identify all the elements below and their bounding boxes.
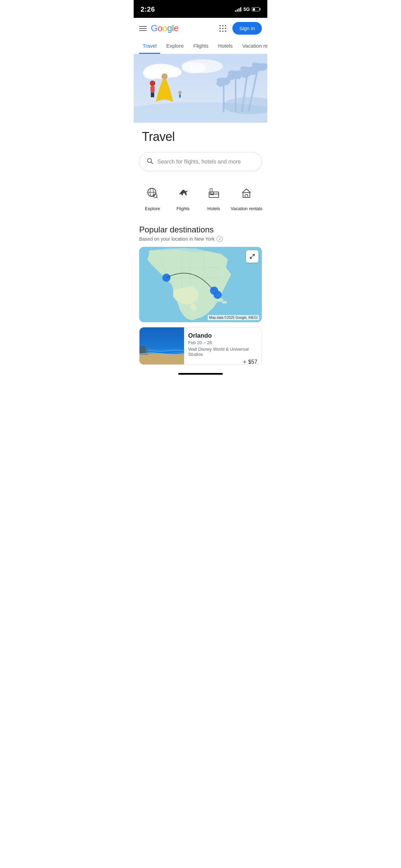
status-icons: 5G <box>235 7 260 12</box>
hero-svg <box>134 54 267 123</box>
battery-icon <box>252 7 260 11</box>
svg-rect-31 <box>179 94 181 98</box>
sign-in-button[interactable]: Sign in <box>232 22 262 35</box>
svg-rect-42 <box>210 189 212 192</box>
hero-title: Travel <box>142 130 259 144</box>
svg-point-3 <box>143 67 162 79</box>
search-bar[interactable]: Search for flights, hotels and more <box>139 152 262 171</box>
search-placeholder: Search for flights, hotels and more <box>157 159 241 165</box>
popular-destinations-subtitle: Based on your location in New York i <box>139 236 262 242</box>
map-credit: Map data ©2025 Google, INEGI <box>208 315 259 320</box>
map-expand-button[interactable] <box>246 250 258 263</box>
svg-point-30 <box>178 91 182 94</box>
network-type: 5G <box>243 7 250 12</box>
explore-icon <box>143 183 162 203</box>
google-logo: Google <box>151 23 213 34</box>
destination-name: Orlando <box>188 332 257 339</box>
tab-travel[interactable]: Travel <box>139 39 160 54</box>
svg-line-33 <box>151 162 153 164</box>
svg-rect-26 <box>150 86 155 92</box>
home-indicator <box>134 370 267 380</box>
svg-rect-28 <box>153 92 154 97</box>
destination-info-orlando: Orlando Feb 20 – 26 Walt Disney World & … <box>184 327 262 364</box>
quick-access-explore[interactable]: Explore <box>139 183 166 211</box>
destination-price-row: ✈ $57 <box>188 359 257 365</box>
tab-hotels[interactable]: Hotels <box>215 39 236 54</box>
tab-vacation-rentals[interactable]: Vacation rentals <box>239 39 267 54</box>
destination-price-plane-icon: ✈ <box>243 359 247 365</box>
status-time: 2:26 <box>141 5 155 13</box>
quick-access-hotels-label: Hotels <box>207 206 220 211</box>
vacation-rentals-icon <box>237 183 256 203</box>
hero-illustration <box>134 54 267 123</box>
svg-point-25 <box>150 81 155 86</box>
home-bar <box>178 373 223 375</box>
quick-access-vacation-rentals[interactable]: Vacation rentals <box>231 183 262 211</box>
hotels-icon <box>204 183 223 203</box>
apps-grid-icon[interactable] <box>217 23 228 34</box>
destination-card-orlando[interactable]: Orlando Feb 20 – 26 Walt Disney World & … <box>139 327 262 365</box>
hero-title-area: Travel <box>134 123 267 147</box>
quick-access-flights[interactable]: Flights <box>169 183 197 211</box>
status-bar: 2:26 5G <box>134 0 267 18</box>
info-icon[interactable]: i <box>217 236 223 242</box>
destination-price: $57 <box>248 359 257 365</box>
quick-access-flights-label: Flights <box>177 206 190 211</box>
svg-rect-27 <box>151 92 153 97</box>
quick-access-vacation-rentals-label: Vacation rentals <box>231 206 262 211</box>
search-icon <box>146 157 153 166</box>
quick-access-hotels[interactable]: Hotels <box>200 183 228 211</box>
popular-destinations-title: Popular destinations <box>139 225 262 234</box>
svg-point-29 <box>161 73 168 80</box>
tab-explore[interactable]: Explore <box>163 39 187 54</box>
svg-rect-43 <box>243 193 250 197</box>
quick-access-section: Explore Flights Hotels <box>134 178 267 219</box>
svg-point-56 <box>214 291 222 299</box>
svg-rect-44 <box>245 195 248 197</box>
svg-line-38 <box>156 197 157 198</box>
svg-point-6 <box>182 62 206 73</box>
nav-tabs: Travel Explore Flights Hotels Vacation r… <box>134 39 267 54</box>
flights-icon <box>173 183 193 203</box>
header: Google Sign in <box>134 18 267 39</box>
destination-description: Walt Disney World & Universal Studios <box>188 347 257 357</box>
signal-strength-icon <box>235 7 241 12</box>
search-area: Search for flights, hotels and more <box>134 147 267 178</box>
svg-point-47 <box>222 301 227 304</box>
destination-dates: Feb 20 – 26 <box>188 340 257 345</box>
map-svg <box>139 247 262 322</box>
hamburger-menu-icon[interactable] <box>139 26 147 31</box>
popular-destinations-section: Popular destinations Based on your locat… <box>134 219 267 365</box>
tab-flights[interactable]: Flights <box>190 39 212 54</box>
quick-access-explore-label: Explore <box>145 206 160 211</box>
destination-image-orlando <box>139 327 184 364</box>
destinations-map[interactable]: Map data ©2025 Google, INEGI <box>139 247 262 322</box>
